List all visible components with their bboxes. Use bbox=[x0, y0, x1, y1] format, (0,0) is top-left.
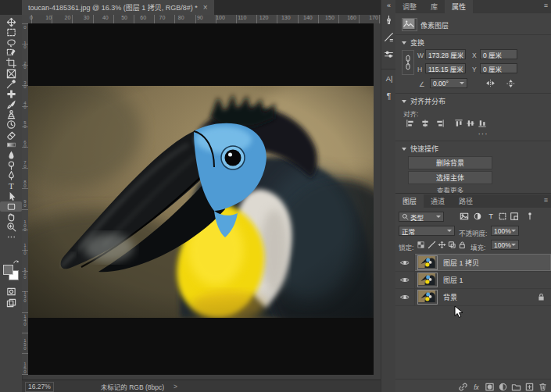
remove-background-button[interactable]: 删除背景 bbox=[408, 156, 492, 169]
align-bottom-button[interactable] bbox=[478, 119, 487, 128]
pen-tool[interactable] bbox=[0, 170, 22, 180]
path-selection-tool[interactable] bbox=[0, 191, 22, 201]
align-right-button[interactable] bbox=[435, 119, 445, 128]
filter-shape-layers-button[interactable] bbox=[498, 212, 507, 221]
layer-filter-kind-select[interactable]: 类型 bbox=[399, 212, 444, 222]
brush-tool[interactable] bbox=[0, 99, 22, 109]
brush-settings-panel-icon[interactable] bbox=[381, 28, 396, 45]
panel-menu-icon[interactable]: ≡ bbox=[544, 2, 548, 9]
lock-artboard-button[interactable] bbox=[448, 241, 456, 249]
constrain-proportions-button[interactable] bbox=[402, 50, 414, 75]
delete-layer-button[interactable] bbox=[538, 382, 548, 392]
quick-mask-button[interactable] bbox=[0, 287, 22, 297]
layer-name[interactable]: 图层 1 拷贝 bbox=[443, 258, 479, 268]
expand-panels-icon[interactable]: « bbox=[381, 0, 396, 11]
paragraph-panel-icon[interactable]: ¶ bbox=[381, 87, 396, 104]
tab-paths[interactable]: 路径 bbox=[452, 194, 480, 208]
quick-actions-header[interactable]: 快速操作 bbox=[402, 144, 438, 154]
filter-type-layers-button[interactable]: T bbox=[486, 212, 496, 221]
tab-properties[interactable]: 属性 bbox=[445, 0, 473, 13]
fill-field[interactable]: 100% bbox=[491, 240, 519, 250]
document-canvas[interactable] bbox=[28, 23, 374, 375]
tab-channels[interactable]: 通道 bbox=[424, 194, 452, 208]
layer-name[interactable]: 图层 1 bbox=[443, 275, 463, 285]
tab-libraries[interactable]: 库 bbox=[424, 0, 445, 13]
lasso-tool[interactable] bbox=[0, 37, 22, 48]
gradient-tool[interactable] bbox=[0, 140, 22, 150]
clone-stamp-tool[interactable] bbox=[0, 109, 22, 119]
blend-mode-select[interactable]: 正常 bbox=[399, 226, 455, 236]
layer-effects-button[interactable]: fx bbox=[471, 382, 481, 392]
width-field[interactable]: 173.28 厘米 bbox=[425, 49, 466, 59]
type-tool[interactable]: T bbox=[0, 181, 22, 191]
align-center-h-button[interactable] bbox=[420, 119, 430, 128]
eyedropper-tool[interactable] bbox=[0, 79, 22, 89]
swap-colors-icon[interactable] bbox=[13, 258, 20, 265]
frame-tool[interactable] bbox=[0, 68, 22, 78]
layer-row-background[interactable]: 背景 bbox=[395, 288, 551, 306]
tool-presets-panel-icon[interactable] bbox=[381, 45, 396, 62]
layer-thumbnail[interactable] bbox=[417, 255, 438, 270]
dodge-tool[interactable] bbox=[0, 160, 22, 170]
move-tool[interactable] bbox=[0, 17, 22, 27]
tab-layers[interactable]: 图层 bbox=[395, 194, 424, 208]
filter-adjustment-layers-button[interactable] bbox=[473, 212, 482, 221]
new-layer-button[interactable] bbox=[524, 382, 535, 392]
rectangle-tool[interactable] bbox=[0, 201, 22, 212]
crop-tool[interactable] bbox=[0, 58, 22, 68]
x-field[interactable]: 0 厘米 bbox=[480, 49, 517, 59]
blur-tool[interactable] bbox=[0, 150, 22, 160]
transform-section-header[interactable]: 变换 bbox=[402, 37, 424, 48]
filter-pixel-layers-button[interactable] bbox=[460, 212, 469, 221]
close-icon[interactable]: × bbox=[203, 3, 208, 12]
tab-adjustments[interactable]: 调整 bbox=[395, 0, 424, 13]
canvas-pasteboard[interactable] bbox=[28, 23, 381, 380]
layer-thumbnail[interactable] bbox=[417, 273, 438, 287]
layer-visibility-toggle[interactable] bbox=[395, 288, 415, 305]
align-left-button[interactable] bbox=[406, 119, 415, 128]
rectangular-marquee-tool[interactable] bbox=[0, 27, 22, 37]
opacity-field[interactable]: 100% bbox=[491, 226, 519, 236]
lock-image-button[interactable] bbox=[428, 241, 436, 249]
new-adjustment-layer-button[interactable] bbox=[498, 382, 508, 392]
flip-horizontal-button[interactable] bbox=[483, 78, 497, 88]
lock-all-button[interactable] bbox=[458, 241, 467, 249]
document-tab[interactable]: toucan-4185361.jpg @ 16.3% (图层 1 拷贝, RGB… bbox=[22, 0, 214, 15]
hand-tool[interactable] bbox=[0, 212, 22, 222]
object-selection-tool[interactable] bbox=[0, 48, 22, 58]
height-field[interactable]: 115.15 厘米 bbox=[425, 63, 466, 73]
brushes-panel-icon[interactable] bbox=[381, 11, 396, 28]
layer-name[interactable]: 背景 bbox=[443, 292, 457, 302]
screen-mode-button[interactable] bbox=[0, 298, 22, 308]
link-layers-button[interactable] bbox=[458, 382, 468, 392]
character-panel-icon[interactable]: A| bbox=[381, 69, 396, 87]
angle-field[interactable]: 0.00° bbox=[430, 78, 467, 88]
foreground-color-swatch[interactable] bbox=[3, 265, 13, 275]
align-more-button[interactable]: ··· bbox=[474, 130, 492, 138]
spot-healing-brush-tool[interactable] bbox=[0, 89, 22, 99]
align-center-v-button[interactable] bbox=[466, 119, 475, 128]
lock-transparent-button[interactable] bbox=[417, 241, 425, 249]
align-top-button[interactable] bbox=[454, 119, 463, 128]
history-brush-tool[interactable] bbox=[0, 119, 22, 130]
layer-row[interactable]: 图层 1 bbox=[395, 271, 551, 289]
edit-toolbar-button[interactable] bbox=[0, 232, 22, 242]
status-chevron-icon[interactable]: > bbox=[174, 383, 177, 390]
layer-thumbnail[interactable] bbox=[417, 290, 438, 305]
zoom-tool[interactable] bbox=[0, 222, 22, 232]
layer-row-selected[interactable]: 图层 1 拷贝 bbox=[395, 254, 551, 272]
align-section-header[interactable]: 对齐并分布 bbox=[402, 96, 445, 106]
add-layer-mask-button[interactable] bbox=[485, 382, 495, 392]
flip-vertical-button[interactable] bbox=[503, 78, 517, 88]
zoom-level-field[interactable]: 16.27% bbox=[25, 382, 54, 392]
y-field[interactable]: 0 厘米 bbox=[480, 63, 517, 73]
eraser-tool[interactable] bbox=[0, 130, 22, 140]
panel-menu-icon[interactable]: ≡ bbox=[544, 196, 548, 204]
new-group-button[interactable] bbox=[511, 382, 521, 392]
select-subject-button[interactable]: 选择主体 bbox=[408, 171, 492, 184]
lock-position-button[interactable] bbox=[438, 241, 446, 249]
layer-visibility-toggle[interactable] bbox=[395, 254, 415, 271]
filter-smart-objects-button[interactable] bbox=[510, 212, 519, 221]
layer-visibility-toggle[interactable] bbox=[395, 271, 415, 288]
filter-toggle-button[interactable] bbox=[525, 212, 535, 221]
